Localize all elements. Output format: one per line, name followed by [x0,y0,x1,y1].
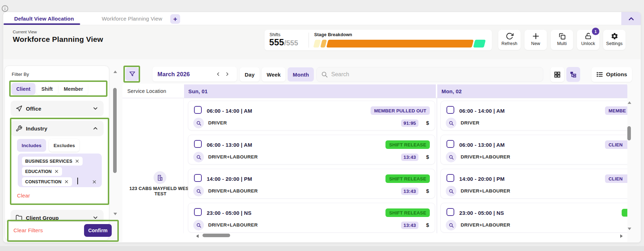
shift-card[interactable]: 14:00 - 20:00 | PMSHIFT RELEASEDRIVER+LA… [188,169,435,199]
refresh-button[interactable]: Refresh [498,30,521,50]
shift-time: 23:00 - 05:00 | NS [207,210,251,216]
shift-checkbox[interactable] [446,106,454,114]
shift-status-badge: CLIEN [605,140,627,149]
folder-icon [16,214,22,221]
shift-status-badge: MEMBER PULLED OUT [371,106,430,115]
search-box[interactable] [316,67,543,82]
shift-time: 06:00 - 13:00 | AM [459,142,505,148]
search-member-icon[interactable] [193,186,204,196]
filter-section-office[interactable]: Office [11,101,104,116]
filter-tab-shift[interactable]: Shift [37,83,58,95]
view-mode-toggle: DayWeekMonth [240,67,314,82]
clear-filters-link[interactable]: Clear Filters [13,227,43,233]
next-period-button[interactable] [223,69,232,79]
hscroll-left-arrow[interactable] [196,234,199,238]
tab-default-view-allocation[interactable]: Default View Allocation [14,16,74,22]
vscrollbar-thumb[interactable] [627,126,631,140]
includes-toggle[interactable]: Includes [17,139,46,152]
excludes-toggle[interactable]: Excludes [49,139,79,152]
dollar-icon[interactable]: $ [426,154,429,160]
shift-card[interactable]: 06:00 - 14:00 | AMMEMBEDRIVER [440,101,627,130]
clear-tags-icon[interactable] [91,179,97,185]
dollar-icon[interactable]: $ [426,120,429,126]
industry-tags-input[interactable]: BUSINESS SERVICESEDUCATIONCONSTRUCTION [18,154,102,187]
shift-checkbox[interactable] [446,208,454,216]
shift-role: DRIVER+LABOURER [461,154,510,160]
shift-checkbox[interactable] [194,106,202,114]
vscroll-down-arrow[interactable] [628,228,631,230]
filter-toggle-button[interactable] [126,67,139,81]
search-input[interactable] [331,71,539,78]
grid-view-button[interactable] [550,67,564,82]
search-member-icon[interactable] [193,118,204,128]
collapse-header-button[interactable] [621,12,641,25]
sidebar-scroll-down[interactable] [113,213,117,215]
service-location-header: Service Location [122,84,183,98]
shift-time: 23:00 - 05:00 | NS [459,210,504,216]
add-view-button[interactable]: + [170,14,180,24]
sidebar-scroll-up[interactable] [113,71,117,73]
dollar-icon[interactable]: $ [426,188,429,194]
service-location-name[interactable]: 123 CABS MAYFIELD WEST TEST [124,186,197,196]
new-button[interactable]: New [524,30,547,50]
vscroll-up-arrow[interactable] [628,101,631,104]
view-day-button[interactable]: Day [240,67,260,82]
hscroll-right-arrow[interactable] [620,234,623,238]
sidebar-scrollbar-thumb[interactable] [113,88,117,173]
stage-breakdown-label: Stage Breakdown [314,32,352,37]
tab-workforce-planning-view[interactable]: Workforce Planning View [102,16,162,22]
filter-tab-client[interactable]: Client [11,83,35,95]
view-month-button[interactable]: Month [288,67,314,82]
list-icon [596,71,603,78]
shift-checkbox[interactable] [446,140,454,148]
shift-role: DRIVER [461,120,479,126]
shift-card[interactable]: 23:00 - 05:00 | NSSHIFT RELEASEDRIVER+LA… [188,203,435,233]
unlock-button[interactable]: Unlock1 [577,30,599,50]
active-tab-underline [4,23,80,25]
day-column-mon: 06:00 - 14:00 | AMMEMBEDRIVER06:00 - 13:… [440,84,627,233]
plus-icon [532,32,540,40]
shift-card[interactable]: 06:00 - 13:00 | AMSHIFT RELEASEDRIVER+LA… [188,135,435,164]
industry-clear-link[interactable]: Clear [17,193,30,199]
tag-label: CONSTRUCTION [25,179,62,184]
prev-period-button[interactable] [213,69,223,79]
options-button[interactable]: Options [592,67,632,82]
filter-section-industry[interactable]: Industry [11,121,104,136]
tree-view-button[interactable] [566,67,580,82]
remove-tag-icon[interactable] [75,159,79,163]
hscrollbar-thumb[interactable] [202,234,230,237]
search-member-icon[interactable] [193,152,204,162]
view-week-button[interactable]: Week [262,67,286,82]
remove-tag-icon[interactable] [64,179,69,184]
dollar-icon[interactable]: $ [426,222,429,228]
info-icon[interactable] [1,5,9,12]
filter-tab-member[interactable]: Member [59,83,88,95]
shifts-count: 555/555 [269,37,298,48]
shift-rate-badge: 13:43 [401,154,418,161]
shift-role: DRIVER+LABOURER [208,188,258,194]
industry-tag: CONSTRUCTION [22,177,72,186]
shift-checkbox[interactable] [194,140,202,148]
shift-checkbox[interactable] [194,208,202,216]
remove-tag-icon[interactable] [54,169,59,174]
shift-time: 06:00 - 14:00 | AM [459,108,505,114]
shift-status-badge [622,209,627,217]
search-member-icon[interactable] [446,118,456,128]
shift-checkbox[interactable] [446,174,454,182]
search-member-icon[interactable] [193,220,204,230]
search-member-icon[interactable] [446,186,456,196]
settings-button[interactable]: Settings [603,30,626,50]
multi-button[interactable]: Multi [551,30,573,50]
shift-checkbox[interactable] [194,174,202,182]
confirm-button[interactable]: Confirm [84,224,112,237]
period-picker[interactable]: March 2026 [152,67,237,82]
shift-card[interactable]: 23:00 - 05:00 | NSDRIVER+LABOURER [440,203,627,233]
stage-3-segment [326,40,473,48]
shift-card[interactable]: 06:00 - 14:00 | AMMEMBER PULLED OUTDRIVE… [188,101,435,130]
shift-rate-badge: 13:43 [401,188,418,195]
search-member-icon[interactable] [446,152,456,162]
client-group-label: Client Group [26,215,89,221]
shift-card[interactable]: 06:00 - 13:00 | AMCLIENDRIVER+LABOURER [440,135,627,164]
search-member-icon[interactable] [446,220,456,230]
shift-card[interactable]: 14:00 - 20:00 | PMCLIENDRIVER+LABOURER [440,169,627,199]
